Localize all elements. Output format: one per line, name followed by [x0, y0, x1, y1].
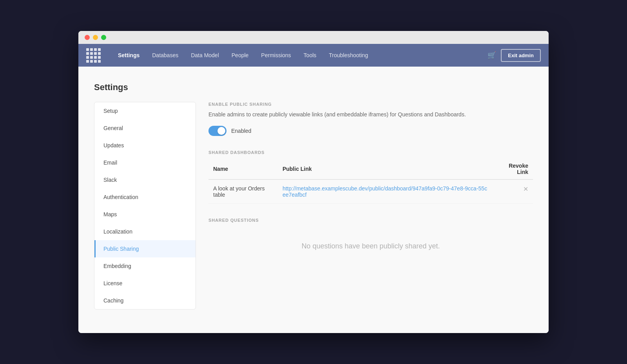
sidebar-item-license[interactable]: License — [94, 275, 196, 292]
sidebar-item-general[interactable]: General — [94, 120, 196, 137]
logo-dot — [98, 52, 101, 55]
sidebar-item-public-sharing[interactable]: Public Sharing — [94, 240, 196, 257]
nav-item-permissions[interactable]: Permissions — [256, 49, 296, 62]
sidebar-item-maps[interactable]: Maps — [94, 206, 196, 223]
table-body: A look at your Orders table http://metab… — [208, 179, 533, 204]
logo-dot — [98, 60, 101, 63]
sidebar-item-slack[interactable]: Slack — [94, 171, 196, 188]
sidebar-item-authentication[interactable]: Authentication — [94, 188, 196, 206]
nav-item-data-model[interactable]: Data Model — [185, 49, 225, 62]
sidebar-item-caching[interactable]: Caching — [94, 292, 196, 309]
dashboard-link-cell: http://metabase.examplescube.dev/public/… — [278, 179, 494, 204]
settings-sidebar: Setup General Updates Email Slack Authen… — [94, 102, 196, 310]
shared-dashboards-table: Name Public Link Revoke Link A look at y… — [208, 159, 533, 204]
logo-dot — [86, 52, 89, 55]
enable-public-sharing-section: ENABLE PUBLIC SHARING Enable admins to c… — [208, 102, 533, 136]
shared-dashboards-title: SHARED DASHBOARDS — [208, 150, 533, 155]
logo-dot — [98, 56, 101, 59]
nav-item-settings[interactable]: Settings — [112, 49, 145, 62]
settings-panel: ENABLE PUBLIC SHARING Enable admins to c… — [208, 102, 533, 310]
revoke-cell[interactable]: ✕ — [494, 179, 533, 204]
browser-chrome — [78, 31, 549, 44]
logo-dot — [94, 48, 97, 51]
sidebar-item-setup[interactable]: Setup — [94, 102, 196, 120]
col-public-link: Public Link — [278, 159, 494, 179]
traffic-light-green[interactable] — [101, 35, 106, 40]
table-header: Name Public Link Revoke Link — [208, 159, 533, 179]
enable-public-sharing-title: ENABLE PUBLIC SHARING — [208, 102, 533, 107]
nav-item-troubleshooting[interactable]: Troubleshooting — [323, 49, 373, 62]
nav-items: Settings Databases Data Model People Per… — [112, 49, 487, 62]
nav-item-databases[interactable]: Databases — [147, 49, 184, 62]
col-name: Name — [208, 159, 278, 179]
logo-dot — [98, 48, 101, 51]
nav-item-tools[interactable]: Tools — [298, 49, 322, 62]
public-sharing-toggle[interactable] — [208, 126, 227, 136]
shared-questions-title: SHARED QUESTIONS — [208, 218, 533, 223]
empty-state: No questions have been publicly shared y… — [208, 226, 533, 266]
logo-dot — [94, 56, 97, 59]
shared-questions-section: SHARED QUESTIONS No questions have been … — [208, 218, 533, 266]
logo-dot — [86, 56, 89, 59]
traffic-light-red[interactable] — [85, 35, 90, 40]
sidebar-item-email[interactable]: Email — [94, 154, 196, 171]
browser-window: Settings Databases Data Model People Per… — [78, 31, 549, 333]
toggle-label: Enabled — [231, 128, 251, 134]
main-layout: Setup General Updates Email Slack Authen… — [94, 102, 533, 310]
sidebar-item-localization[interactable]: Localization — [94, 223, 196, 240]
table-row: A look at your Orders table http://metab… — [208, 179, 533, 204]
dashboard-link[interactable]: http://metabase.examplescube.dev/public/… — [283, 185, 487, 198]
sidebar-item-embedding[interactable]: Embedding — [94, 257, 196, 275]
logo-dot — [90, 56, 93, 59]
shared-dashboards-section: SHARED DASHBOARDS Name Public Link Revok… — [208, 150, 533, 204]
toggle-row: Enabled — [208, 126, 533, 136]
logo-dot — [90, 48, 93, 51]
nav-item-people[interactable]: People — [226, 49, 254, 62]
content-area: Settings Setup General Updates Email Sla… — [78, 67, 549, 333]
enable-public-sharing-desc: Enable admins to create publicly viewabl… — [208, 110, 533, 119]
logo-dot — [94, 60, 97, 63]
nav-right: 🛒 Exit admin — [487, 49, 541, 62]
empty-state-text: No questions have been publicly shared y… — [208, 242, 533, 250]
logo-dot — [86, 48, 89, 51]
logo-dot — [90, 52, 93, 55]
page-title: Settings — [94, 82, 533, 92]
nav-logo[interactable] — [86, 48, 101, 63]
logo-dot — [90, 60, 93, 63]
exit-admin-button[interactable]: Exit admin — [501, 49, 541, 62]
col-revoke-link: Revoke Link — [494, 159, 533, 179]
cart-icon[interactable]: 🛒 — [487, 51, 496, 60]
sidebar-item-updates[interactable]: Updates — [94, 137, 196, 154]
logo-dot — [94, 52, 97, 55]
traffic-light-yellow[interactable] — [93, 35, 98, 40]
nav-bar: Settings Databases Data Model People Per… — [78, 44, 549, 67]
logo-dot — [86, 60, 89, 63]
dashboard-name: A look at your Orders table — [208, 179, 278, 204]
